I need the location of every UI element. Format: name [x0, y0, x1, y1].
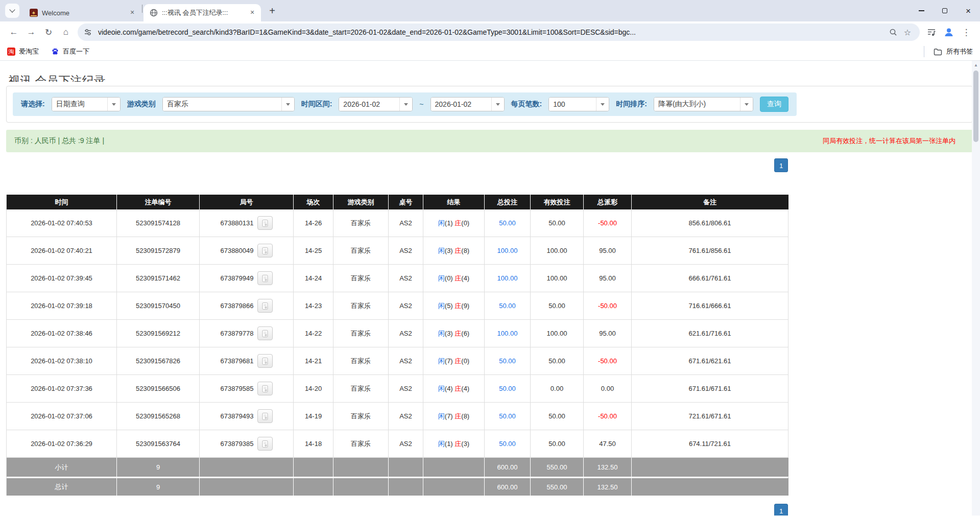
total-bet-link[interactable]: 100.00 [497, 274, 518, 282]
dropdown-arrow-icon[interactable] [596, 98, 609, 111]
time-cell: 2026-01-02 07:39:45 [7, 265, 117, 292]
date-end-input[interactable] [431, 98, 491, 111]
dropdown-arrow-icon[interactable] [491, 98, 504, 111]
dropdown-arrow-icon[interactable] [740, 98, 753, 111]
bookmark-taobao[interactable]: 淘 爱淘宝 [7, 47, 39, 56]
tab-welcome[interactable]: ♠ Welcome × [23, 4, 141, 21]
table-header: 时间注单编号局号场次游戏类别桌号结果总投注有效投注总派彩备注 [7, 195, 788, 209]
replay-icon[interactable] [257, 216, 273, 230]
round-id: 673879493 [220, 412, 253, 420]
sort-input[interactable] [654, 98, 740, 111]
maximize-button[interactable] [933, 0, 957, 21]
dropdown-arrow-icon[interactable] [281, 98, 294, 111]
vertical-scrollbar[interactable]: ▲ [972, 61, 980, 515]
search-button[interactable]: 查询 [760, 97, 788, 112]
scrollbar-thumb[interactable] [973, 71, 978, 142]
per-page-label: 每页笔数: [511, 100, 542, 109]
game-kind-cell: 百家乐 [333, 237, 389, 265]
round-id: 673879585 [220, 385, 253, 392]
bet-id-cell: 523091565268 [117, 403, 200, 430]
dropdown-arrow-icon[interactable] [399, 98, 412, 111]
url-text[interactable]: videoie.com/game/betrecord_search/kind3?… [95, 28, 886, 36]
column-header: 桌号 [389, 195, 423, 209]
forward-button[interactable]: → [22, 24, 40, 41]
site-settings-icon[interactable] [81, 25, 95, 39]
round-id-cell: 673879866 [200, 292, 294, 320]
footer-cell [632, 458, 788, 477]
replay-icon[interactable] [257, 326, 273, 340]
note-cell: 674.11/721.61 [632, 430, 788, 458]
replay-icon[interactable] [257, 244, 273, 257]
total-bet-link[interactable]: 50.00 [499, 412, 516, 420]
zoom-icon[interactable] [886, 25, 900, 39]
banker-label: 庄 [455, 302, 461, 310]
page-1-button[interactable]: 1 [774, 158, 788, 172]
bookmark-star-icon[interactable]: ☆ [900, 25, 915, 39]
bet-id-cell: 523091574128 [117, 209, 200, 237]
query-type-combobox[interactable] [52, 97, 121, 111]
table-no-cell: AS2 [389, 347, 423, 375]
date-start-picker[interactable] [339, 97, 413, 111]
replay-icon[interactable] [257, 271, 273, 285]
game-kind-input[interactable] [163, 98, 281, 111]
sort-label: 时间排序: [616, 100, 647, 109]
total-bet-link[interactable]: 50.00 [499, 219, 516, 227]
close-tab-icon[interactable]: × [248, 8, 257, 17]
round-id: 673879681 [220, 357, 253, 365]
replay-icon[interactable] [257, 382, 273, 395]
per-page-input[interactable] [549, 98, 596, 111]
total-bet-cell: 100.00 [485, 320, 531, 347]
home-button[interactable]: ⌂ [57, 24, 75, 41]
game-kind-cell: 百家乐 [333, 403, 389, 430]
table-no-cell: AS2 [389, 375, 423, 403]
valid-bet-cell: 50.00 [531, 403, 584, 430]
menu-kebab-icon[interactable]: ⋮ [958, 24, 975, 41]
media-controls-icon[interactable] [923, 24, 940, 41]
game-kind-combobox[interactable] [162, 97, 295, 111]
bookmark-baidu[interactable]: 百度一下 [51, 47, 89, 56]
time-cell: 2026-01-02 07:38:10 [7, 347, 117, 375]
tab-search-button[interactable] [5, 4, 19, 18]
close-tab-icon[interactable]: × [128, 8, 137, 17]
scroll-up-icon[interactable]: ▲ [972, 61, 980, 69]
replay-icon[interactable] [257, 354, 273, 368]
query-type-input[interactable] [52, 98, 107, 111]
date-start-input[interactable] [339, 98, 399, 111]
address-bar[interactable]: videoie.com/game/betrecord_search/kind3?… [78, 24, 920, 41]
minimize-button[interactable] [910, 0, 933, 21]
bet-record-row: 2026-01-02 07:38:10523091567826673879681… [7, 347, 788, 375]
new-tab-button[interactable]: + [265, 4, 279, 18]
total-bet-link[interactable]: 50.00 [499, 440, 516, 448]
replay-icon[interactable] [257, 409, 273, 423]
per-page-combobox[interactable] [548, 97, 609, 111]
total-bet-link[interactable]: 100.00 [497, 247, 518, 254]
dropdown-arrow-icon[interactable] [107, 98, 120, 111]
tab-bet-record[interactable]: :::视讯 会员下注纪录::: × [144, 4, 261, 21]
page-1-button[interactable]: 1 [774, 504, 788, 515]
column-header: 游戏类别 [333, 195, 389, 209]
back-button[interactable]: ← [5, 24, 22, 41]
player-label: 闲 [438, 302, 445, 310]
total-bet-link[interactable]: 50.00 [499, 357, 516, 365]
game-kind-cell: 百家乐 [333, 347, 389, 375]
footer-cell: 600.00 [485, 458, 531, 477]
reload-button[interactable]: ↻ [40, 24, 57, 41]
total-bet-link[interactable]: 50.00 [499, 385, 516, 392]
select-type-label: 请选择: [21, 100, 45, 109]
all-bookmarks[interactable]: 所有书签 [924, 46, 973, 57]
profile-avatar-icon[interactable] [940, 24, 958, 41]
close-window-button[interactable]: × [957, 0, 980, 21]
footer-cell: 9 [117, 458, 200, 477]
replay-icon[interactable] [257, 437, 273, 451]
payout-cell: 47.50 [584, 430, 632, 458]
currency-summary-text: 币别 : 人民币 | 总共 :9 注单 | [14, 136, 104, 146]
date-end-picker[interactable] [431, 97, 505, 111]
total-bet-link[interactable]: 100.00 [497, 330, 518, 337]
valid-bet-cell: 50.00 [531, 292, 584, 320]
game-kind-cell: 百家乐 [333, 292, 389, 320]
sort-combobox[interactable] [654, 97, 753, 111]
total-bet-link[interactable]: 50.00 [499, 302, 516, 310]
replay-icon[interactable] [257, 299, 273, 313]
total-bet-cell: 100.00 [485, 237, 531, 265]
maximize-icon [942, 8, 947, 13]
